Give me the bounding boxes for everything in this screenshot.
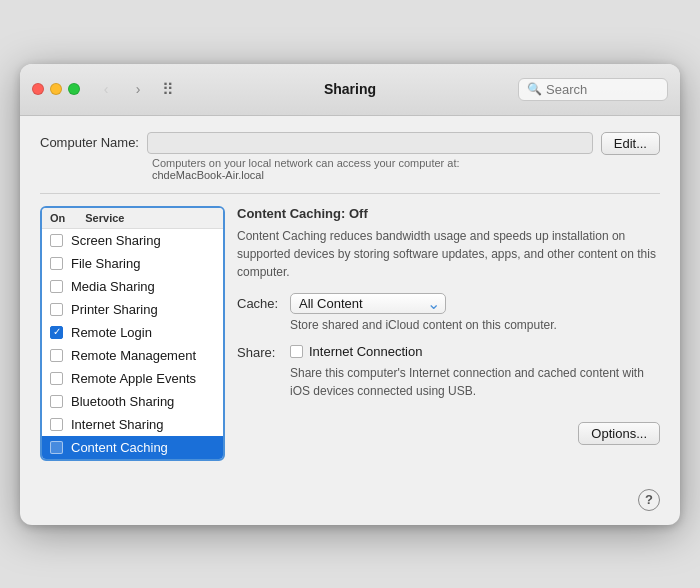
share-label: Share: [237, 344, 282, 360]
window-title: Sharing [324, 81, 376, 97]
service-row[interactable]: Remote Apple Events [42, 367, 223, 390]
service-checkbox[interactable] [50, 418, 63, 431]
service-checkbox[interactable] [50, 234, 63, 247]
service-checkbox[interactable] [50, 257, 63, 270]
cache-select[interactable]: All ContentShared Content OnlyiCloud Con… [290, 293, 446, 314]
service-row[interactable]: Screen Sharing [42, 229, 223, 252]
back-button[interactable]: ‹ [92, 78, 120, 100]
service-rows-container: Screen SharingFile SharingMedia SharingP… [42, 229, 223, 459]
service-name-label: Screen Sharing [71, 233, 161, 248]
col-on-label: On [50, 212, 65, 224]
main-area: On Service Screen SharingFile SharingMed… [40, 206, 660, 461]
content-caching-title: Content Caching: Off [237, 206, 660, 221]
service-row[interactable]: Remote Login [42, 321, 223, 344]
options-button[interactable]: Options... [578, 422, 660, 445]
computer-name-input[interactable] [147, 132, 593, 154]
close-button[interactable] [32, 83, 44, 95]
search-icon: 🔍 [527, 82, 542, 96]
service-name-label: Printer Sharing [71, 302, 158, 317]
share-description: Share this computer's Internet connectio… [290, 364, 660, 400]
nav-buttons: ‹ › [92, 78, 152, 100]
service-name-label: Media Sharing [71, 279, 155, 294]
forward-button[interactable]: › [124, 78, 152, 100]
help-button[interactable]: ? [638, 489, 660, 511]
service-name-label: Internet Sharing [71, 417, 164, 432]
service-list[interactable]: On Service Screen SharingFile SharingMed… [40, 206, 225, 461]
edit-button[interactable]: Edit... [601, 132, 660, 155]
service-name-label: Remote Login [71, 325, 152, 340]
share-content: Internet Connection [290, 344, 422, 359]
main-window: ‹ › ⠿ Sharing 🔍 Computer Name: Edit... C… [20, 64, 680, 525]
content-caching-description: Content Caching reduces bandwidth usage … [237, 227, 660, 281]
content-area: Computer Name: Edit... Computers on your… [20, 116, 680, 481]
service-row[interactable]: Remote Management [42, 344, 223, 367]
share-row: Share: Internet Connection [237, 344, 660, 360]
service-row[interactable]: File Sharing [42, 252, 223, 275]
service-row[interactable]: Internet Sharing [42, 413, 223, 436]
search-box[interactable]: 🔍 [518, 78, 668, 101]
cache-select-wrapper[interactable]: All ContentShared Content OnlyiCloud Con… [290, 293, 446, 314]
cache-sub-label: Store shared and iCloud content on this … [290, 318, 660, 332]
service-checkbox[interactable] [50, 349, 63, 362]
service-checkbox[interactable] [50, 303, 63, 316]
service-checkbox[interactable] [50, 326, 63, 339]
cache-row: Cache: All ContentShared Content OnlyiCl… [237, 293, 660, 314]
fullscreen-button[interactable] [68, 83, 80, 95]
service-row[interactable]: Content Caching [42, 436, 223, 459]
traffic-lights [32, 83, 80, 95]
bottom-right: Options... [237, 422, 660, 445]
service-checkbox[interactable] [50, 372, 63, 385]
service-row[interactable]: Printer Sharing [42, 298, 223, 321]
internet-connection-checkbox[interactable] [290, 345, 303, 358]
titlebar: ‹ › ⠿ Sharing 🔍 [20, 64, 680, 116]
divider [40, 193, 660, 194]
minimize-button[interactable] [50, 83, 62, 95]
computer-name-sublabel: Computers on your local network can acce… [152, 157, 660, 181]
service-name-label: Bluetooth Sharing [71, 394, 174, 409]
service-name-label: File Sharing [71, 256, 140, 271]
service-row[interactable]: Bluetooth Sharing [42, 390, 223, 413]
service-name-label: Remote Apple Events [71, 371, 196, 386]
grid-icon: ⠿ [162, 80, 174, 99]
right-panel: Content Caching: Off Content Caching red… [237, 206, 660, 461]
col-service-label: Service [85, 212, 124, 224]
service-checkbox[interactable] [50, 441, 63, 454]
service-name-label: Content Caching [71, 440, 168, 455]
search-input[interactable] [546, 82, 656, 97]
service-checkbox[interactable] [50, 280, 63, 293]
computer-name-label: Computer Name: [40, 135, 139, 150]
footer: ? [20, 481, 680, 525]
service-row[interactable]: Media Sharing [42, 275, 223, 298]
service-checkbox[interactable] [50, 395, 63, 408]
cache-label: Cache: [237, 296, 282, 311]
internet-connection-label: Internet Connection [309, 344, 422, 359]
service-name-label: Remote Management [71, 348, 196, 363]
service-list-header: On Service [42, 208, 223, 229]
